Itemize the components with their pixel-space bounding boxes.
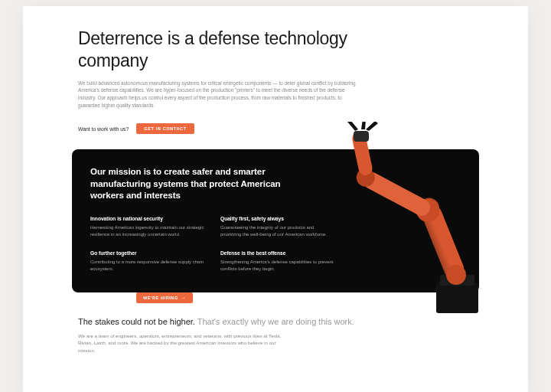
svg-rect-6 <box>360 169 433 218</box>
cta-label: Want to work with us? <box>78 126 129 132</box>
svg-rect-1 <box>440 275 474 286</box>
svg-point-4 <box>416 195 442 221</box>
value-body: Guaranteeing the integrity of our produc… <box>220 224 335 238</box>
value-title: Innovation is national security <box>90 216 205 221</box>
mission-card: Our mission is to create safer and smart… <box>72 149 479 292</box>
value-title: Defense is the best offense <box>220 250 335 256</box>
value-item: Defense is the best offense Strengthenin… <box>220 250 335 273</box>
stakes-body: We are a team of engineers, operators, e… <box>78 332 285 354</box>
svg-rect-2 <box>419 203 467 281</box>
mission-wrap: Our mission is to create safer and smart… <box>72 149 479 303</box>
stakes-muted: That's exactly why we are doing this wor… <box>197 317 354 326</box>
value-title: Quality first, safety always <box>220 216 335 221</box>
hero-title: Deterrence is a defense technology compa… <box>78 28 354 72</box>
value-body: Harnessing American ingenuity to maintai… <box>90 224 205 238</box>
arrow-right-icon: → <box>181 296 187 300</box>
svg-rect-8 <box>351 130 374 176</box>
value-body: Strengthening America's defense capabili… <box>220 259 335 273</box>
svg-point-5 <box>416 199 439 222</box>
get-in-contact-button[interactable]: Get in contact <box>136 123 194 134</box>
value-item: Quality first, safety always Guaranteein… <box>220 216 335 238</box>
value-body: Contributing to a more responsive defens… <box>90 259 205 273</box>
stakes-section: The stakes could not be higher. That's e… <box>78 317 473 354</box>
hero-body: We build advanced autonomous manufacturi… <box>78 80 361 110</box>
hero-section: Deterrence is a defense technology compa… <box>23 28 528 134</box>
hiring-button-label: We're hiring <box>143 296 178 300</box>
cta-row: Want to work with us? Get in contact <box>78 123 473 134</box>
value-title: Go further together <box>90 250 205 256</box>
value-item: Go further together Contributing to a mo… <box>90 250 205 273</box>
page: Deterrence is a defense technology compa… <box>23 6 528 392</box>
hiring-button[interactable]: We're hiring → <box>136 292 193 303</box>
hiring-button-wrap: We're hiring → <box>136 289 479 303</box>
stakes-strong: The stakes could not be higher. <box>78 317 195 326</box>
mission-title: Our mission is to create safer and smart… <box>90 166 305 202</box>
svg-rect-3 <box>419 203 467 281</box>
stakes-heading: The stakes could not be higher. That's e… <box>78 317 473 326</box>
svg-point-7 <box>354 165 378 190</box>
values-grid: Innovation is national security Harnessi… <box>90 216 350 273</box>
svg-point-10 <box>446 265 466 285</box>
value-item: Innovation is national security Harnessi… <box>90 216 205 238</box>
